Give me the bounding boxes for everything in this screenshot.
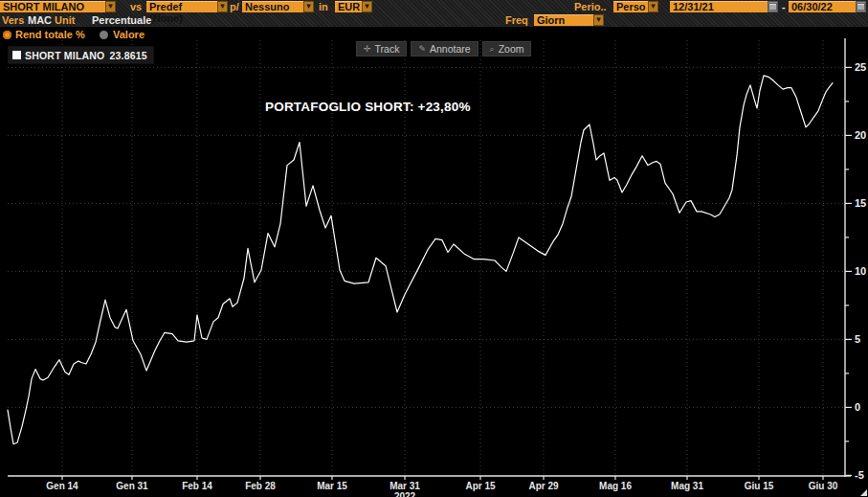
annotate-button-label: Annotare <box>430 42 471 56</box>
resize-corner-icon[interactable] <box>860 489 867 496</box>
track-crosshair-icon: ✛ <box>364 42 371 56</box>
zoom-magnifier-icon: ⌕ <box>490 42 495 56</box>
svg-text:Gen 31: Gen 31 <box>116 481 148 491</box>
in-label: in <box>319 1 328 13</box>
svg-text:Gen 14: Gen 14 <box>46 481 78 491</box>
svg-text:20: 20 <box>855 129 866 141</box>
legend-last-value: 23.8615 <box>109 50 146 61</box>
legend-series-name: SHORT MILANO <box>25 50 104 61</box>
svg-text:Feb 14: Feb 14 <box>182 481 212 491</box>
nessuno-field[interactable]: Nessuno <box>242 1 307 12</box>
svg-text:0: 0 <box>855 401 860 413</box>
zoom-button-label: Zoom <box>499 42 524 56</box>
valore-label[interactable]: Valore <box>113 29 145 40</box>
date-from-field[interactable]: 12/31/21 <box>670 1 771 12</box>
rend-totale-radio[interactable] <box>3 31 11 39</box>
svg-text:Apr 29: Apr 29 <box>528 481 559 491</box>
vs-label: vs <box>130 1 142 13</box>
calendar-from-icon[interactable] <box>768 1 778 12</box>
predef-dropdown-icon[interactable]: ▼ <box>217 1 228 12</box>
top-toolbar: SHORT MILANO ▼ vs Predef (None) ▼ p/ Nes… <box>0 0 868 27</box>
svg-text:Mar 15: Mar 15 <box>317 481 347 491</box>
rend-totale-label[interactable]: Rend totale % <box>15 29 85 40</box>
svg-text:15: 15 <box>855 197 866 209</box>
security-dropdown-icon[interactable]: ▼ <box>105 1 116 12</box>
freq-field[interactable]: Giorn <box>534 14 597 26</box>
svg-text:5: 5 <box>855 333 860 345</box>
unit-value[interactable]: Percentuale <box>92 14 151 27</box>
chart-toolbar: ✛ Track ✎ Annotare ⌕ Zoom <box>356 41 531 56</box>
unit-label: Unit <box>55 14 75 27</box>
svg-text:Mag 31: Mag 31 <box>671 481 703 491</box>
valore-radio[interactable] <box>100 31 108 39</box>
period-dropdown-icon[interactable]: ▼ <box>648 1 658 12</box>
bloomberg-chart-window: 2520151050-5Gen 14Gen 31Feb 14Feb 28Mar … <box>0 0 868 497</box>
svg-text:10: 10 <box>855 265 866 277</box>
vers-label: Vers <box>2 14 24 27</box>
p-label: p/ <box>230 1 239 13</box>
nessuno-dropdown-icon[interactable]: ▼ <box>303 1 314 12</box>
date-separator: - <box>782 1 786 13</box>
svg-text:25: 25 <box>855 61 866 73</box>
track-button[interactable]: ✛ Track <box>356 41 407 56</box>
track-button-label: Track <box>375 42 400 56</box>
price-chart[interactable]: 2520151050-5Gen 14Gen 31Feb 14Feb 28Mar … <box>0 0 868 497</box>
annotate-button[interactable]: ✎ Annotare <box>411 41 478 56</box>
period-field[interactable]: Perso <box>613 1 652 12</box>
vers-value[interactable]: MAC <box>28 14 52 27</box>
svg-text:Giu 30: Giu 30 <box>809 481 838 491</box>
predef-field[interactable]: Predef (None) <box>146 1 221 12</box>
freq-dropdown-icon[interactable]: ▼ <box>593 14 604 26</box>
chart-legend: SHORT MILANO 23.8615 <box>8 46 154 64</box>
svg-text:-5: -5 <box>855 469 864 481</box>
chart-annotation: PORTAFOGLIO SHORT: +23,80% <box>265 100 471 114</box>
currency-dropdown-icon[interactable]: ▼ <box>362 1 372 12</box>
freq-label: Freq <box>505 14 528 27</box>
date-to-field[interactable]: 06/30/22 <box>789 1 859 12</box>
svg-text:Mag 16: Mag 16 <box>599 481 632 491</box>
svg-text:Giu 15: Giu 15 <box>745 481 774 491</box>
svg-text:Apr 15: Apr 15 <box>465 481 496 491</box>
annotate-pencil-icon: ✎ <box>418 42 426 56</box>
calendar-to-icon[interactable] <box>856 1 866 12</box>
zoom-button[interactable]: ⌕ Zoom <box>482 41 532 56</box>
series-swatch-icon <box>12 51 21 59</box>
security-field[interactable]: SHORT MILANO <box>0 1 109 12</box>
svg-text:Feb 28: Feb 28 <box>245 481 276 491</box>
svg-text:Mar 31: Mar 31 <box>389 481 420 491</box>
svg-text:2022: 2022 <box>394 491 416 497</box>
period-label: Perio.. <box>574 1 607 13</box>
